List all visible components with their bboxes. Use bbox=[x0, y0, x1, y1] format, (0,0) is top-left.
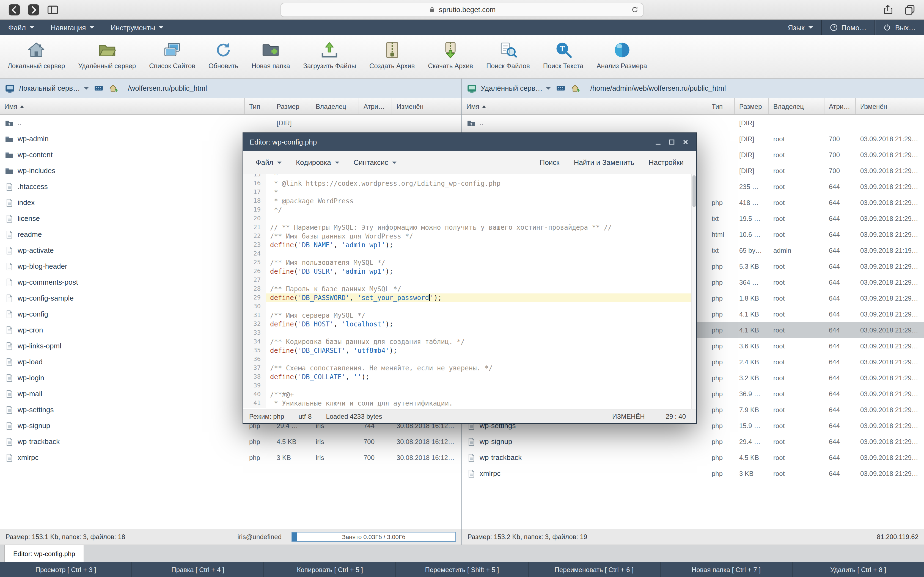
editor-menu-encoding[interactable]: Кодировка bbox=[289, 151, 347, 174]
menu-help[interactable]: ?Помо… bbox=[821, 20, 875, 35]
toolbar-button-search-text[interactable]: TПоиск Текста bbox=[536, 39, 590, 71]
share-button[interactable] bbox=[881, 3, 894, 16]
toolbar-button-label: Анализ Размера bbox=[596, 62, 647, 70]
file-owner: root bbox=[769, 469, 824, 477]
code-line-38: 38define('DB_COLLATE', ''); bbox=[243, 372, 696, 381]
address-bar[interactable]: sprutio.beget.com bbox=[281, 2, 643, 17]
function-key-4[interactable]: Переместить [ Shift + 5 ] bbox=[396, 562, 528, 577]
sidebar-toggle-button[interactable] bbox=[46, 3, 60, 16]
toolbar-button-download-archive[interactable]: Скачать Архив bbox=[421, 39, 480, 71]
function-key-1[interactable]: Просмотр [ Ctrl + 3 ] bbox=[0, 562, 132, 577]
storage-icon[interactable] bbox=[94, 84, 103, 93]
storage-icon[interactable] bbox=[556, 84, 566, 93]
column-header-owner[interactable]: Владелец bbox=[311, 98, 359, 114]
line-number: 23 bbox=[243, 241, 266, 250]
function-key-3[interactable]: Копировать [ Ctrl + 5 ] bbox=[264, 562, 396, 577]
file-row-..[interactable]: ..[DIR] bbox=[462, 115, 924, 131]
help-icon: ? bbox=[830, 24, 837, 31]
column-header-modified[interactable]: Изменён bbox=[856, 98, 924, 114]
toolbar-button-size-analysis[interactable]: Анализ Размера bbox=[590, 39, 654, 71]
code-editor[interactable]: 15 *16 * @link https://codex.wordpress.o… bbox=[243, 174, 696, 409]
file-attrs: 644 bbox=[824, 278, 856, 286]
function-key-5[interactable]: Переименовать [ Ctrl + 6 ] bbox=[528, 562, 660, 577]
code-line-24: 24 bbox=[243, 250, 696, 258]
local-column-headers: Имя Тип Размер Владелец Атри… Изменён bbox=[0, 98, 462, 115]
column-header-name[interactable]: Имя bbox=[462, 98, 707, 114]
file-size: 3.6 KB bbox=[735, 342, 769, 350]
file-row-wp-trackback[interactable]: wp-trackbackphp4.5 KBiris70030.08.2018 1… bbox=[0, 434, 462, 450]
column-header-attrs[interactable]: Атри… bbox=[359, 98, 392, 114]
column-header-size[interactable]: Размер bbox=[735, 98, 769, 114]
editor-menu-settings[interactable]: Настройки bbox=[641, 158, 691, 166]
home-icon[interactable] bbox=[108, 84, 118, 93]
editor-scrollbar[interactable] bbox=[691, 174, 696, 409]
menu-tools[interactable]: Инструменты bbox=[102, 20, 171, 35]
column-header-size[interactable]: Размер bbox=[272, 98, 311, 114]
file-attrs: 644 bbox=[824, 263, 856, 270]
column-header-type[interactable]: Тип bbox=[707, 98, 735, 114]
toolbar-button-remote-server[interactable]: Удалённый сервер bbox=[71, 39, 142, 71]
editor-menu-search[interactable]: Поиск bbox=[532, 158, 567, 166]
function-key-6[interactable]: Новая папка [ Ctrl + 7 ] bbox=[660, 562, 792, 577]
menu-file[interactable]: Файл bbox=[0, 20, 42, 35]
local-size-summary: Размер: 153.1 Kb, папок: 3, файлов: 18 bbox=[5, 533, 125, 541]
editor-menu-replace[interactable]: Найти и Заменить bbox=[567, 158, 641, 166]
line-content: define('DB_COLLATE', ''); bbox=[266, 372, 696, 381]
file-type: php bbox=[707, 263, 735, 270]
file-modified: 03.09.2018 21:29… bbox=[856, 390, 924, 398]
function-key-2[interactable]: Правка [ Ctrl + 4 ] bbox=[132, 562, 264, 577]
column-header-type[interactable]: Тип bbox=[245, 98, 272, 114]
maximize-button[interactable] bbox=[668, 138, 676, 146]
toolbar-button-search-files[interactable]: Поиск Файлов bbox=[480, 39, 536, 71]
toolbar-button-refresh[interactable]: Обновить bbox=[202, 39, 245, 71]
file-attrs: 644 bbox=[824, 374, 856, 382]
file-row-xmlrpc[interactable]: xmlrpcphp3 KBroot64403.09.2018 21:29… bbox=[462, 466, 924, 481]
column-header-name[interactable]: Имя bbox=[0, 98, 245, 114]
toolbar-button-create-archive[interactable]: Создать Архив bbox=[363, 39, 421, 71]
remote-server-selector[interactable]: Удалённый серв… bbox=[467, 83, 551, 93]
close-button[interactable] bbox=[682, 138, 690, 146]
editor-menu-syntax[interactable]: Синтаксис bbox=[347, 151, 404, 174]
toolbar-button-upload-files[interactable]: Загрузить Файлы bbox=[297, 39, 363, 71]
toolbar-button-new-folder[interactable]: Новая папка bbox=[245, 39, 297, 71]
file-icon bbox=[467, 437, 476, 446]
file-row-xmlrpc[interactable]: xmlrpcphp3 KBiris70030.08.2018 16:12… bbox=[0, 450, 462, 466]
disk-quota-label: Занято 0.03Гб / 3.00Гб bbox=[342, 533, 405, 540]
reload-icon[interactable] bbox=[632, 6, 638, 13]
file-owner: root bbox=[769, 342, 824, 350]
menu-navigation[interactable]: Навигация bbox=[42, 20, 102, 35]
column-header-attrs[interactable]: Атри… bbox=[824, 98, 856, 114]
file-attrs: 700 bbox=[824, 151, 856, 158]
local-server-selector[interactable]: Локальный серв… bbox=[5, 83, 88, 93]
menu-exit[interactable]: Вых… bbox=[876, 20, 924, 35]
menu-language[interactable]: Язык bbox=[780, 20, 821, 35]
home-icon[interactable] bbox=[571, 84, 580, 93]
minimize-button[interactable] bbox=[654, 138, 662, 146]
toolbar-button-sites-list[interactable]: Список Сайтов bbox=[142, 39, 202, 71]
line-number: 18 bbox=[243, 197, 266, 206]
file-row-wp-signup[interactable]: wp-signupphp29.4 …root64403.09.2018 21:2… bbox=[462, 434, 924, 450]
taskbar-item-editor[interactable]: Editor: wp-config.php bbox=[5, 545, 84, 562]
file-name: xmlrpc bbox=[462, 469, 707, 478]
editor-menu-file[interactable]: Файл bbox=[249, 151, 289, 174]
disk-quota-fill bbox=[292, 532, 297, 541]
scrollbar-thumb[interactable] bbox=[693, 175, 696, 207]
file-icon bbox=[467, 469, 476, 478]
column-header-owner[interactable]: Владелец bbox=[769, 98, 824, 114]
function-key-7[interactable]: Удалить [ Ctrl + 8 ] bbox=[793, 562, 924, 577]
sprutio-file-manager: sprutio.beget.com Файл Навигация Инструм… bbox=[0, 0, 924, 577]
file-name: .. bbox=[462, 118, 707, 127]
file-icon bbox=[5, 262, 14, 271]
tabs-overview-button[interactable] bbox=[903, 3, 916, 16]
browser-forward-button[interactable] bbox=[27, 3, 40, 16]
file-row-wp-trackback[interactable]: wp-trackbackphp4.5 KBroot64403.09.2018 2… bbox=[462, 450, 924, 466]
line-content: define('DB_USER', 'admin_wp1'); bbox=[266, 267, 696, 276]
line-content: define('DB_HOST', 'localhost'); bbox=[266, 320, 696, 329]
file-row-..[interactable]: ..[DIR] bbox=[0, 115, 462, 131]
browser-back-button[interactable] bbox=[8, 3, 21, 16]
toolbar-button-local-server[interactable]: Локальный сервер bbox=[1, 39, 71, 71]
remote-column-headers: Имя Тип Размер Владелец Атри… Изменён bbox=[462, 98, 924, 115]
file-type: php bbox=[707, 374, 735, 382]
column-header-modified[interactable]: Изменён bbox=[392, 98, 462, 114]
editor-title-bar[interactable]: Editor: wp-config.php bbox=[243, 133, 696, 151]
